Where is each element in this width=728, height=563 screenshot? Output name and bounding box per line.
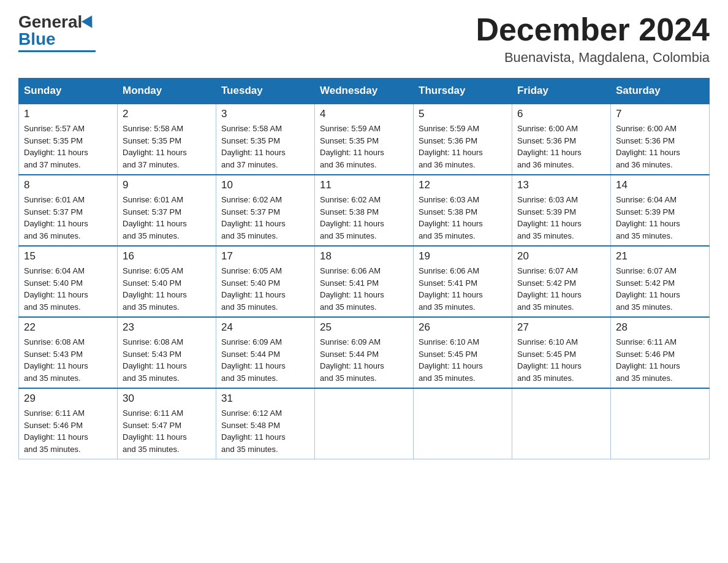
calendar-cell: 13Sunrise: 6:03 AM Sunset: 5:39 PM Dayli… [512, 175, 611, 246]
day-info: Sunrise: 6:01 AM Sunset: 5:37 PM Dayligh… [24, 194, 112, 242]
day-number: 9 [123, 179, 211, 191]
day-info: Sunrise: 6:08 AM Sunset: 5:43 PM Dayligh… [24, 336, 112, 384]
calendar-row: 8Sunrise: 6:01 AM Sunset: 5:37 PM Daylig… [19, 175, 710, 246]
day-number: 12 [419, 179, 507, 191]
day-number: 13 [517, 179, 605, 191]
header-row: Sunday Monday Tuesday Wednesday Thursday… [19, 79, 710, 104]
col-friday: Friday [512, 79, 611, 104]
day-info: Sunrise: 6:04 AM Sunset: 5:40 PM Dayligh… [24, 265, 112, 313]
calendar-cell: 29Sunrise: 6:11 AM Sunset: 5:46 PM Dayli… [19, 388, 118, 459]
day-info: Sunrise: 6:12 AM Sunset: 5:48 PM Dayligh… [221, 407, 309, 455]
day-number: 21 [616, 250, 704, 262]
calendar-cell: 20Sunrise: 6:07 AM Sunset: 5:42 PM Dayli… [512, 246, 611, 317]
day-number: 3 [221, 108, 309, 120]
calendar-cell: 9Sunrise: 6:01 AM Sunset: 5:37 PM Daylig… [118, 175, 216, 246]
day-number: 4 [320, 108, 408, 120]
calendar-cell: 31Sunrise: 6:12 AM Sunset: 5:48 PM Dayli… [216, 388, 315, 459]
calendar-subtitle: Buenavista, Magdalena, Colombia [476, 50, 710, 66]
calendar-cell: 8Sunrise: 6:01 AM Sunset: 5:37 PM Daylig… [19, 175, 118, 246]
day-info: Sunrise: 6:02 AM Sunset: 5:37 PM Dayligh… [221, 194, 309, 242]
calendar-cell: 14Sunrise: 6:04 AM Sunset: 5:39 PM Dayli… [611, 175, 710, 246]
day-info: Sunrise: 6:10 AM Sunset: 5:45 PM Dayligh… [517, 336, 605, 384]
day-number: 22 [24, 321, 112, 334]
day-number: 10 [221, 179, 309, 191]
logo-triangle-icon [82, 15, 97, 31]
calendar-row: 15Sunrise: 6:04 AM Sunset: 5:40 PM Dayli… [19, 246, 710, 317]
calendar-cell: 19Sunrise: 6:06 AM Sunset: 5:41 PM Dayli… [414, 246, 512, 317]
calendar-cell: 22Sunrise: 6:08 AM Sunset: 5:43 PM Dayli… [19, 317, 118, 388]
day-info: Sunrise: 5:58 AM Sunset: 5:35 PM Dayligh… [221, 123, 309, 170]
day-number: 19 [419, 250, 507, 262]
calendar-cell: 16Sunrise: 6:05 AM Sunset: 5:40 PM Dayli… [118, 246, 216, 317]
calendar-cell: 10Sunrise: 6:02 AM Sunset: 5:37 PM Dayli… [216, 175, 315, 246]
day-info: Sunrise: 6:11 AM Sunset: 5:46 PM Dayligh… [616, 336, 704, 384]
day-info: Sunrise: 6:06 AM Sunset: 5:41 PM Dayligh… [320, 265, 408, 313]
col-wednesday: Wednesday [315, 79, 414, 104]
day-info: Sunrise: 6:09 AM Sunset: 5:44 PM Dayligh… [320, 336, 408, 384]
day-info: Sunrise: 6:02 AM Sunset: 5:38 PM Dayligh… [320, 194, 408, 242]
day-info: Sunrise: 6:08 AM Sunset: 5:43 PM Dayligh… [123, 336, 211, 384]
day-number: 16 [123, 250, 211, 262]
day-info: Sunrise: 5:59 AM Sunset: 5:36 PM Dayligh… [419, 123, 507, 170]
day-info: Sunrise: 6:05 AM Sunset: 5:40 PM Dayligh… [221, 265, 309, 313]
day-info: Sunrise: 6:03 AM Sunset: 5:39 PM Dayligh… [517, 194, 605, 242]
calendar-cell: 28Sunrise: 6:11 AM Sunset: 5:46 PM Dayli… [611, 317, 710, 388]
day-number: 24 [221, 321, 309, 334]
day-info: Sunrise: 6:05 AM Sunset: 5:40 PM Dayligh… [123, 265, 211, 313]
day-number: 31 [221, 393, 309, 405]
calendar-cell: 2Sunrise: 5:58 AM Sunset: 5:35 PM Daylig… [118, 104, 216, 175]
calendar-cell: 18Sunrise: 6:06 AM Sunset: 5:41 PM Dayli… [315, 246, 414, 317]
day-info: Sunrise: 6:00 AM Sunset: 5:36 PM Dayligh… [517, 123, 605, 170]
day-info: Sunrise: 5:57 AM Sunset: 5:35 PM Dayligh… [24, 123, 112, 170]
day-number: 8 [24, 179, 112, 191]
calendar-cell [414, 388, 512, 459]
logo-underline [18, 50, 96, 52]
header: General Blue December 2024 Buenavista, M… [18, 12, 710, 66]
calendar-cell: 30Sunrise: 6:11 AM Sunset: 5:47 PM Dayli… [118, 388, 216, 459]
day-number: 26 [419, 321, 507, 334]
calendar-cell: 6Sunrise: 6:00 AM Sunset: 5:36 PM Daylig… [512, 104, 611, 175]
col-saturday: Saturday [611, 79, 710, 104]
col-monday: Monday [118, 79, 216, 104]
calendar-cell: 24Sunrise: 6:09 AM Sunset: 5:44 PM Dayli… [216, 317, 315, 388]
calendar-cell [315, 388, 414, 459]
calendar-cell [611, 388, 710, 459]
calendar-cell: 26Sunrise: 6:10 AM Sunset: 5:45 PM Dayli… [414, 317, 512, 388]
day-number: 15 [24, 250, 112, 262]
day-info: Sunrise: 5:58 AM Sunset: 5:35 PM Dayligh… [123, 123, 211, 170]
calendar-cell: 11Sunrise: 6:02 AM Sunset: 5:38 PM Dayli… [315, 175, 414, 246]
day-number: 25 [320, 321, 408, 334]
calendar-cell: 15Sunrise: 6:04 AM Sunset: 5:40 PM Dayli… [19, 246, 118, 317]
calendar-cell: 3Sunrise: 5:58 AM Sunset: 5:35 PM Daylig… [216, 104, 315, 175]
day-info: Sunrise: 6:07 AM Sunset: 5:42 PM Dayligh… [616, 265, 704, 313]
calendar-body: 1Sunrise: 5:57 AM Sunset: 5:35 PM Daylig… [19, 104, 710, 459]
logo-blue: Blue [18, 29, 56, 49]
day-number: 23 [123, 321, 211, 334]
col-tuesday: Tuesday [216, 79, 315, 104]
day-info: Sunrise: 6:03 AM Sunset: 5:38 PM Dayligh… [419, 194, 507, 242]
day-number: 6 [517, 108, 605, 120]
day-number: 27 [517, 321, 605, 334]
day-number: 11 [320, 179, 408, 191]
day-info: Sunrise: 6:09 AM Sunset: 5:44 PM Dayligh… [221, 336, 309, 384]
day-info: Sunrise: 6:06 AM Sunset: 5:41 PM Dayligh… [419, 265, 507, 313]
day-info: Sunrise: 6:04 AM Sunset: 5:39 PM Dayligh… [616, 194, 704, 242]
day-info: Sunrise: 5:59 AM Sunset: 5:35 PM Dayligh… [320, 123, 408, 170]
day-number: 5 [419, 108, 507, 120]
day-info: Sunrise: 6:11 AM Sunset: 5:47 PM Dayligh… [123, 407, 211, 455]
day-number: 28 [616, 321, 704, 334]
calendar-row: 22Sunrise: 6:08 AM Sunset: 5:43 PM Dayli… [19, 317, 710, 388]
title-area: December 2024 Buenavista, Magdalena, Col… [476, 12, 710, 66]
calendar-cell: 7Sunrise: 6:00 AM Sunset: 5:36 PM Daylig… [611, 104, 710, 175]
calendar-title: December 2024 [476, 12, 710, 47]
calendar-row: 29Sunrise: 6:11 AM Sunset: 5:46 PM Dayli… [19, 388, 710, 459]
calendar-row: 1Sunrise: 5:57 AM Sunset: 5:35 PM Daylig… [19, 104, 710, 175]
calendar-cell: 12Sunrise: 6:03 AM Sunset: 5:38 PM Dayli… [414, 175, 512, 246]
calendar-cell: 17Sunrise: 6:05 AM Sunset: 5:40 PM Dayli… [216, 246, 315, 317]
day-number: 29 [24, 393, 112, 405]
col-thursday: Thursday [414, 79, 512, 104]
calendar-cell: 21Sunrise: 6:07 AM Sunset: 5:42 PM Dayli… [611, 246, 710, 317]
calendar-cell: 1Sunrise: 5:57 AM Sunset: 5:35 PM Daylig… [19, 104, 118, 175]
day-number: 18 [320, 250, 408, 262]
col-sunday: Sunday [19, 79, 118, 104]
